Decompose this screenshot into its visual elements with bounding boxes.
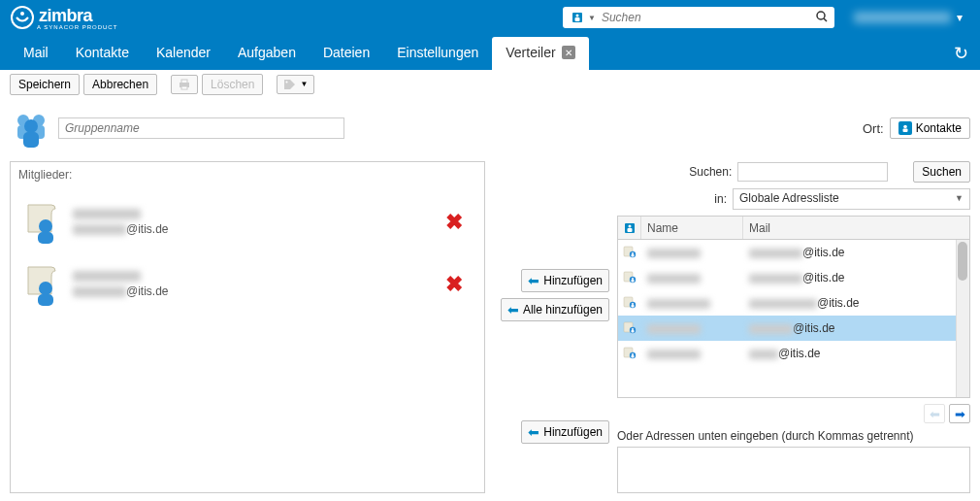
tag-icon <box>283 79 297 90</box>
gal-search-button[interactable]: Suchen <box>913 161 970 183</box>
remove-member-button[interactable]: ✖ <box>445 210 473 235</box>
result-type-icon <box>618 320 641 337</box>
tab-calendar[interactable]: Kalender <box>143 37 224 70</box>
svg-rect-41 <box>632 330 635 333</box>
search-label: Suchen: <box>689 165 732 179</box>
col-name-header[interactable]: Name <box>641 217 743 239</box>
tab-tasks[interactable]: Aufgaben <box>224 37 310 70</box>
col-icon-header[interactable] <box>618 217 641 239</box>
manual-addresses-input[interactable] <box>617 447 970 493</box>
result-row[interactable]: @itis.de <box>618 265 969 290</box>
svg-point-44 <box>632 353 634 355</box>
delete-button[interactable]: Löschen <box>202 74 263 95</box>
svg-point-24 <box>628 224 631 227</box>
page-next-button[interactable]: ➡ <box>949 404 970 423</box>
search-input[interactable] <box>598 11 815 24</box>
toolbar: Speichern Abbrechen Löschen ▼ <box>0 70 980 99</box>
contact-icon <box>22 201 65 244</box>
tab-files[interactable]: Dateien <box>310 37 383 70</box>
remove-member-button[interactable]: ✖ <box>445 272 473 297</box>
main-columns: Mitglieder: @itis.de ✖ @itis.de ✖ <box>10 161 970 493</box>
svg-point-32 <box>632 278 634 280</box>
location-label: Ort: <box>863 121 884 136</box>
cancel-button[interactable]: Abbrechen <box>83 74 157 95</box>
user-menu[interactable]: ▾ <box>854 11 970 24</box>
add-all-label: Alle hinzufügen <box>523 303 603 317</box>
results-header: Name Mail <box>618 217 969 240</box>
scrollbar[interactable] <box>956 240 969 397</box>
member-info: @itis.de <box>73 271 445 298</box>
group-icon <box>10 107 52 150</box>
member-name <box>73 209 141 219</box>
result-row[interactable]: @itis.de <box>618 240 969 265</box>
addressbook-icon <box>898 121 912 135</box>
header-row: Ort: Kontakte <box>10 107 970 150</box>
svg-line-6 <box>824 18 827 21</box>
page-prev-button[interactable]: ⬅ <box>924 404 945 423</box>
arrow-right-icon: ➡ <box>955 407 965 421</box>
search-scope-icon[interactable] <box>569 12 586 23</box>
result-row[interactable]: @itis.de <box>618 290 969 316</box>
members-list: @itis.de ✖ @itis.de ✖ <box>11 187 484 492</box>
result-mail: @itis.de <box>743 321 969 335</box>
search-icon[interactable] <box>815 10 829 26</box>
svg-point-40 <box>632 328 634 330</box>
add-manual-button[interactable]: ⬅ Hinzufügen <box>521 420 609 444</box>
svg-point-0 <box>12 7 33 28</box>
tab-mail[interactable]: Mail <box>10 37 62 70</box>
tab-settings[interactable]: Einstellungen <box>383 37 492 70</box>
logo: zimbra A SYNACOR PRODUCT <box>10 5 117 30</box>
content: Ort: Kontakte Mitglieder: @itis.de ✖ <box>0 99 980 501</box>
svg-point-15 <box>24 119 38 133</box>
tab-contacts[interactable]: Kontakte <box>62 37 143 70</box>
search-box[interactable]: ▼ <box>563 7 834 28</box>
user-name <box>854 12 951 23</box>
logo-text: zimbra <box>39 6 117 26</box>
location-button[interactable]: Kontakte <box>890 117 970 139</box>
caret-down-icon: ▼ <box>300 80 308 88</box>
left-column: Mitglieder: @itis.de ✖ @itis.de ✖ <box>10 161 485 493</box>
add-button[interactable]: ⬅ Hinzufügen <box>521 269 609 292</box>
member-item: @itis.de ✖ <box>15 191 480 253</box>
result-type-icon <box>618 346 641 362</box>
svg-rect-4 <box>575 17 580 21</box>
svg-point-10 <box>286 81 288 83</box>
middle-column: ⬅ Hinzufügen ⬅ Alle hinzufügen ⬅ Hinzufü… <box>493 161 609 493</box>
tag-button[interactable]: ▼ <box>277 75 314 94</box>
member-info: @itis.de <box>73 209 445 236</box>
svg-point-21 <box>39 282 52 295</box>
tab-label: Verteiler <box>506 45 555 60</box>
member-mail: @itis.de <box>73 222 445 236</box>
result-name <box>641 246 743 259</box>
gal-search-input[interactable] <box>737 162 888 182</box>
in-select-value: Globale Adressliste <box>739 191 839 205</box>
in-select[interactable]: Globale Adressliste <box>733 188 970 210</box>
svg-rect-18 <box>902 129 907 133</box>
result-mail: @itis.de <box>743 296 969 310</box>
in-label: in: <box>714 192 727 206</box>
save-button[interactable]: Speichern <box>10 74 80 95</box>
svg-rect-45 <box>632 355 635 358</box>
refresh-icon[interactable]: ↻ <box>954 43 968 64</box>
result-row[interactable]: @itis.de <box>618 341 969 366</box>
result-mail: @itis.de <box>743 246 969 259</box>
group-name-input[interactable] <box>58 117 344 139</box>
col-mail-header[interactable]: Mail <box>743 217 969 239</box>
svg-rect-37 <box>632 305 635 308</box>
result-row[interactable]: @itis.de <box>618 316 969 341</box>
result-name <box>641 271 743 284</box>
close-icon[interactable]: ✕ <box>562 46 575 59</box>
member-mail: @itis.de <box>73 284 445 298</box>
topbar: zimbra A SYNACOR PRODUCT ▼ ▾ <box>0 0 980 35</box>
logo-subtitle: A SYNACOR PRODUCT <box>37 24 117 30</box>
result-type-icon <box>618 245 641 261</box>
print-button[interactable] <box>171 75 198 94</box>
right-column: Suchen: Suchen in: Globale Adressliste N… <box>617 161 970 493</box>
in-row: in: Globale Adressliste <box>617 188 970 210</box>
result-mail: @itis.de <box>743 347 969 360</box>
svg-rect-20 <box>38 232 53 244</box>
member-name <box>73 271 141 282</box>
tab-verteiler[interactable]: Verteiler ✕ <box>492 37 588 70</box>
caret-down-icon[interactable]: ▼ <box>588 14 596 22</box>
add-all-button[interactable]: ⬅ Alle hinzufügen <box>501 298 609 321</box>
